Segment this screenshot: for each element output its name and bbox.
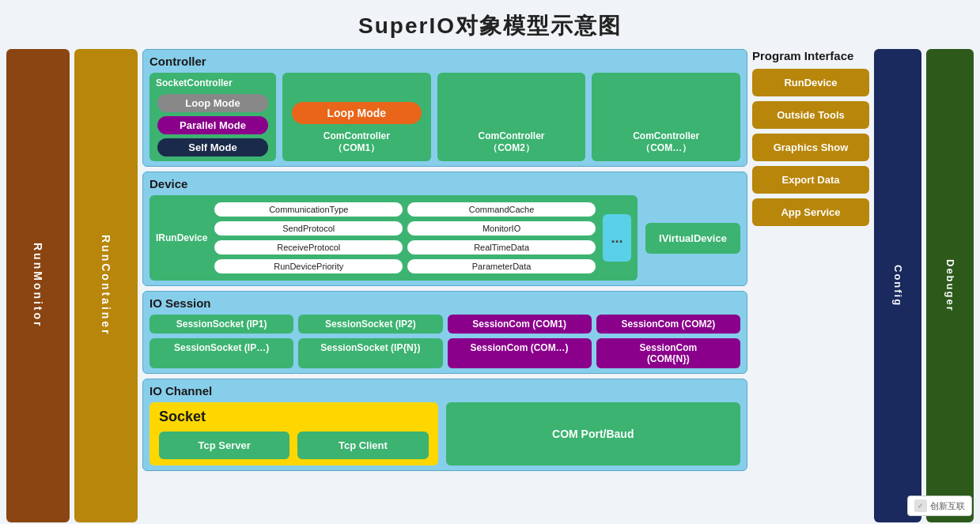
export-data-btn[interactable]: Export Data xyxy=(752,166,869,194)
com-ctrl-box-1: Loop Mode ComController（COM1） xyxy=(282,73,431,161)
tag-send-protocol: SendProtocol xyxy=(214,221,403,236)
irun-device-box: IRunDevice CommunicationType CommandCach… xyxy=(149,195,638,281)
tag-parameter-data: ParameterData xyxy=(407,258,596,274)
com-port-box: COM Port/Baud xyxy=(446,402,741,466)
right-panel: Program Interface RunDevice Outside Tool… xyxy=(752,49,974,522)
program-interface: Program Interface RunDevice Outside Tool… xyxy=(752,49,869,522)
controller-inner: SocketController Loop Mode Parallel Mode… xyxy=(149,73,740,161)
io-session-section: IO Session SessionSocket (IP1) SessionSo… xyxy=(142,291,747,374)
com-ctrl-box-n: ComController（COM…） xyxy=(592,73,740,161)
run-device-btn[interactable]: RunDevice xyxy=(752,69,869,96)
loop-mode-btn[interactable]: Loop Mode xyxy=(157,94,268,112)
socket-controller-box: SocketController Loop Mode Parallel Mode… xyxy=(149,73,276,161)
socket-box: Socket Tcp Server Tcp Client xyxy=(149,402,438,466)
debuger-label: Debuger xyxy=(944,259,956,312)
main-title: SuperIO对象模型示意图 xyxy=(0,0,980,49)
tcp-server-btn[interactable]: Tcp Server xyxy=(159,432,289,459)
outside-tools-btn[interactable]: Outside Tools xyxy=(752,101,869,129)
com2-label: ComController（COM2） xyxy=(479,130,545,155)
session-socket-ip2[interactable]: SessionSocket (IP2) xyxy=(298,315,442,334)
tcp-client-btn[interactable]: Tcp Client xyxy=(297,432,428,459)
debuger-col[interactable]: Debuger xyxy=(926,49,974,522)
com-port-label: COM Port/Baud xyxy=(552,428,634,440)
watermark-icon: ✓ xyxy=(914,499,927,512)
ivirtual-device-box: IVirtualDevice xyxy=(645,223,740,254)
program-interface-title: Program Interface xyxy=(752,49,869,62)
io-session-title: IO Session xyxy=(149,296,740,310)
parallel-mode-btn[interactable]: Parallel Mode xyxy=(157,116,268,134)
run-monitor-label: RunMonitor xyxy=(32,243,44,329)
controller-title: Controller xyxy=(149,55,740,68)
tag-realtime-data: RealTimeData xyxy=(407,239,596,255)
tag-communication-type: CommunicationType xyxy=(214,202,403,217)
controller-section: Controller SocketController Loop Mode Pa… xyxy=(142,49,747,167)
watermark-text: 创新互联 xyxy=(930,500,965,512)
run-container-col: RunContainer xyxy=(74,49,138,522)
tag-receive-protocol: ReceiveProtocol xyxy=(214,239,403,255)
session-com-com1[interactable]: SessionCom (COM1) xyxy=(448,315,592,334)
ivirtual-label: IVirtualDevice xyxy=(659,232,727,244)
session-com-comN[interactable]: SessionCom(COM{N}) xyxy=(596,338,740,368)
com1-label: ComController（COM1） xyxy=(324,130,390,155)
app-service-btn[interactable]: App Service xyxy=(752,198,869,226)
device-title: Device xyxy=(149,177,740,190)
socket-controller-label: SocketController xyxy=(156,77,233,89)
loop-mode-orange: Loop Mode xyxy=(292,102,422,124)
session-com-comn[interactable]: SessionCom (COM…) xyxy=(448,338,592,368)
com-controllers: Loop Mode ComController（COM1） ComControl… xyxy=(282,73,740,161)
config-label: Config xyxy=(892,265,904,307)
watermark: ✓ 创新互联 xyxy=(907,496,972,516)
tag-run-device-priority: RunDevicePriority xyxy=(214,258,403,274)
self-mode-btn[interactable]: Self Mode xyxy=(157,138,268,156)
io-channel-title: IO Channel xyxy=(149,384,740,398)
session-com-com2[interactable]: SessionCom (COM2) xyxy=(596,315,740,334)
io-session-inner: SessionSocket (IP1) SessionSocket (IP2) … xyxy=(149,315,740,368)
irun-label: IRunDevice xyxy=(156,232,207,243)
session-socket-ipN[interactable]: SessionSocket (IP{N}) xyxy=(298,338,442,368)
socket-title: Socket xyxy=(159,409,429,425)
comn-label: ComController（COM…） xyxy=(633,130,699,155)
io-channel-inner: Socket Tcp Server Tcp Client COM Port/Ba… xyxy=(149,402,740,466)
run-monitor-col: RunMonitor xyxy=(6,49,70,522)
device-inner: IRunDevice CommunicationType CommandCach… xyxy=(149,195,740,281)
config-col[interactable]: Config xyxy=(874,49,921,522)
tag-monitor-io: MonitorIO xyxy=(407,221,596,236)
run-container-label: RunContainer xyxy=(100,235,112,337)
com-ctrl-box-2: ComController（COM2） xyxy=(437,73,586,161)
dots-box: ... xyxy=(603,214,631,262)
socket-btns: Tcp Server Tcp Client xyxy=(159,432,429,459)
io-channel-section: IO Channel Socket Tcp Server Tcp Client … xyxy=(142,379,747,471)
tag-command-cache: CommandCache xyxy=(407,202,596,217)
graphics-show-btn[interactable]: Graphics Show xyxy=(752,134,869,161)
device-section: Device IRunDevice CommunicationType Comm… xyxy=(142,172,747,286)
session-socket-ip1[interactable]: SessionSocket (IP1) xyxy=(149,315,293,334)
center-area: Controller SocketController Loop Mode Pa… xyxy=(142,49,747,522)
session-socket-ipn[interactable]: SessionSocket (IP…) xyxy=(149,338,293,368)
irun-tags: CommunicationType CommandCache SendProto… xyxy=(214,202,596,274)
